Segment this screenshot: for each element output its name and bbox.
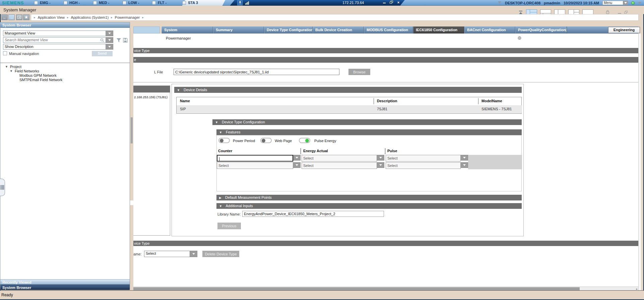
tab-powerquality-configuration[interactable]: PowerQualityConfiguration — [515, 26, 567, 34]
pulse-energy-label: Pulse Energy — [314, 139, 336, 143]
chevron-down-icon[interactable] — [461, 155, 468, 161]
vertical-scrollbar[interactable] — [130, 22, 133, 290]
tab-summary[interactable]: Summary — [213, 26, 264, 34]
search-icon[interactable] — [100, 38, 104, 42]
breadcrumb-item-application-view[interactable]: Application View — [38, 15, 65, 19]
browse-button[interactable]: Browse — [348, 69, 370, 75]
pin-icon[interactable] — [237, 0, 243, 5]
tab-system[interactable]: System — [162, 26, 213, 34]
manual-navigation-checkbox[interactable] — [3, 51, 7, 55]
pulse-select-row1[interactable]: Select — [386, 155, 468, 162]
view-select[interactable]: Management View — [3, 31, 113, 36]
tab-device-type-configuration[interactable]: Device Type Configuration — [264, 26, 313, 34]
engineering-button[interactable]: Engineering — [608, 27, 640, 33]
right-scrollbar-track[interactable] — [638, 34, 641, 290]
chevron-down-icon[interactable] — [461, 162, 468, 168]
alarm-tab-med[interactable]: MED - — [93, 1, 109, 5]
filter-icon[interactable] — [116, 37, 122, 43]
recently-viewed-bar[interactable]: Recently Viewed — [0, 279, 130, 285]
breadcrumb-item-powermanager[interactable]: Powermanager — [115, 15, 140, 19]
section-header-delete-device-type[interactable]: vice Type — [133, 241, 638, 246]
alarm-tab-sta[interactable]: STA 3 — [182, 1, 198, 5]
tabstrip-corner-block — [133, 26, 160, 34]
delete-device-type-button[interactable]: Delete Device Type — [202, 251, 239, 257]
energy-actual-select-row2[interactable]: Select — [302, 162, 384, 169]
chevron-down-icon[interactable] — [623, 1, 628, 5]
description-select[interactable]: Show Description — [3, 44, 113, 50]
menu-dropdown[interactable]: Menu — [602, 1, 628, 5]
minimize-button[interactable] — [381, 0, 387, 5]
pulse-energy-toggle[interactable] — [299, 138, 310, 143]
device-type-name-label: Name: — [133, 252, 141, 256]
chevron-down-icon[interactable] — [377, 162, 384, 168]
tree-expand-icon[interactable]: ▼ — [5, 65, 8, 68]
back-button[interactable]: ← — [1, 14, 8, 20]
library-name-input[interactable] — [242, 211, 384, 217]
alarm-tab-low[interactable]: LOW - — [123, 1, 139, 5]
tree-item-smtpemail-field-network[interactable]: SMTPEmail Field Network — [19, 78, 62, 82]
chevron-down-icon[interactable] — [106, 44, 113, 50]
energy-actual-select-row1[interactable]: Select — [302, 155, 384, 162]
tree-item-modbus-gpm-network[interactable]: Modbus GPM Network — [19, 73, 57, 77]
alarm-indicator-icon — [123, 1, 126, 5]
web-page-label: Web Page — [275, 139, 292, 143]
tab-bulk-device-creation[interactable]: Bulk Device Creation — [313, 26, 364, 34]
panel-options-icon[interactable] — [518, 36, 521, 40]
history-icon[interactable] — [16, 14, 22, 20]
previous-button[interactable]: Previous — [217, 223, 241, 229]
scl-file-input[interactable] — [174, 69, 339, 75]
counter-select-row2[interactable]: Select — [217, 162, 301, 169]
save-icon[interactable] — [122, 37, 128, 43]
minimize-panel-icon[interactable] — [618, 10, 621, 14]
section-header-device-type-configuration[interactable]: ▼ Device Type Configuration — [212, 119, 522, 125]
chevron-down-icon[interactable] — [638, 2, 641, 4]
section-header-device-type[interactable]: vice Type — [133, 48, 638, 53]
forward-button[interactable]: → — [8, 14, 15, 20]
power-period-toggle[interactable] — [218, 138, 230, 143]
section-header-features[interactable]: ▼ Features — [216, 129, 522, 135]
close-button[interactable]: × — [395, 0, 401, 5]
table-row-cell-name[interactable]: SIP — [177, 105, 374, 113]
tree-item-field-networks[interactable]: ▼ Field Networks — [10, 69, 39, 73]
filter-icon[interactable] — [498, 1, 502, 5]
chevron-down-icon[interactable] — [293, 155, 301, 161]
pulse-select-row2[interactable]: Select — [386, 162, 468, 169]
chevron-down-icon[interactable] — [106, 37, 113, 43]
restore-button[interactable] — [388, 0, 394, 5]
tab-iec61850-configuration[interactable]: IEC61850 Configuration — [413, 26, 464, 34]
alarm-tab-emg[interactable]: EMG - — [34, 1, 51, 5]
favorites-star-icon[interactable]: ★ — [23, 14, 29, 20]
tree-item-project[interactable]: ▼ Project — [5, 65, 21, 69]
section-header-device-details[interactable]: ▼ Device Details — [174, 87, 522, 93]
alarm-tab-flt[interactable]: FLT - — [152, 1, 167, 5]
device-list-item[interactable]: 2.168.253.159) (7SJ81) — [134, 95, 168, 99]
collapse-panel-icon[interactable] — [519, 10, 523, 14]
system-browser-bar[interactable]: System Browser — [0, 285, 130, 290]
chevron-down-icon[interactable] — [190, 251, 197, 257]
system-browser-header[interactable]: System Browser — [0, 22, 130, 28]
breadcrumb-item-applications-system1[interactable]: Applications (System1) — [71, 15, 109, 19]
table-row-cell-modelname[interactable]: SIEMENS - 7SJ81 — [478, 105, 522, 113]
web-page-toggle[interactable] — [260, 138, 272, 143]
panel-collapse-handle[interactable] — [0, 179, 5, 196]
send-button[interactable]: Send — [92, 51, 113, 56]
chevron-down-icon[interactable] — [293, 162, 301, 168]
restore-panel-icon[interactable] — [624, 11, 628, 14]
chevron-down-icon[interactable] — [377, 155, 384, 161]
section-header-default-measurement-points[interactable]: ▶ Default Measurement Points — [216, 195, 522, 200]
counter-select-row1[interactable] — [217, 155, 301, 162]
chevron-down-icon[interactable] — [106, 31, 113, 36]
tab-modbus-configuration[interactable]: MODBUS Configuration — [364, 26, 413, 34]
scl-file-label: L File — [154, 70, 163, 74]
section-header-additional-inputs[interactable]: ▼ Additional Inputs — [216, 203, 522, 209]
panel-divider — [0, 63, 130, 63]
device-type-name-select[interactable]: Select — [144, 251, 197, 257]
tree-expand-icon[interactable]: ▼ — [10, 69, 13, 73]
alarm-tab-hgh[interactable]: HGH - — [64, 1, 80, 5]
search-input[interactable] — [5, 38, 92, 42]
status-text: Ready — [1, 293, 13, 297]
vertical-scrollbar-thumb[interactable] — [131, 117, 133, 143]
section-header-clipped[interactable]: e — [133, 57, 638, 63]
tab-bacnet-configuration[interactable]: BACnet Configuration — [464, 26, 515, 34]
table-row-cell-description[interactable]: 7SJ81 — [374, 105, 478, 113]
